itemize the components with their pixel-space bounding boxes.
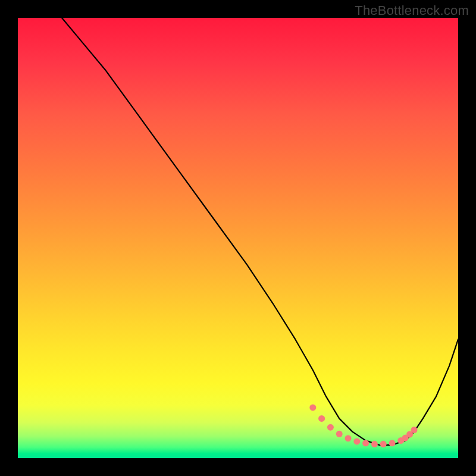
highlight-dot <box>318 415 325 422</box>
curve-svg <box>18 18 458 458</box>
chart-container: TheBottleneck.com <box>0 0 476 476</box>
highlight-dot <box>353 438 360 444</box>
highlight-dot <box>380 441 387 447</box>
watermark: TheBottleneck.com <box>355 3 469 18</box>
highlight-dot <box>309 404 316 411</box>
highlight-dot <box>336 431 343 437</box>
highlight-dot <box>411 427 418 433</box>
highlight-dot <box>371 441 378 447</box>
highlight-dot <box>345 435 352 441</box>
highlight-dot <box>389 440 396 446</box>
highlight-dots <box>309 404 417 447</box>
bottleneck-curve <box>62 18 458 445</box>
highlight-dot <box>362 440 369 446</box>
plot-area <box>18 18 458 458</box>
highlight-dot <box>327 424 334 431</box>
